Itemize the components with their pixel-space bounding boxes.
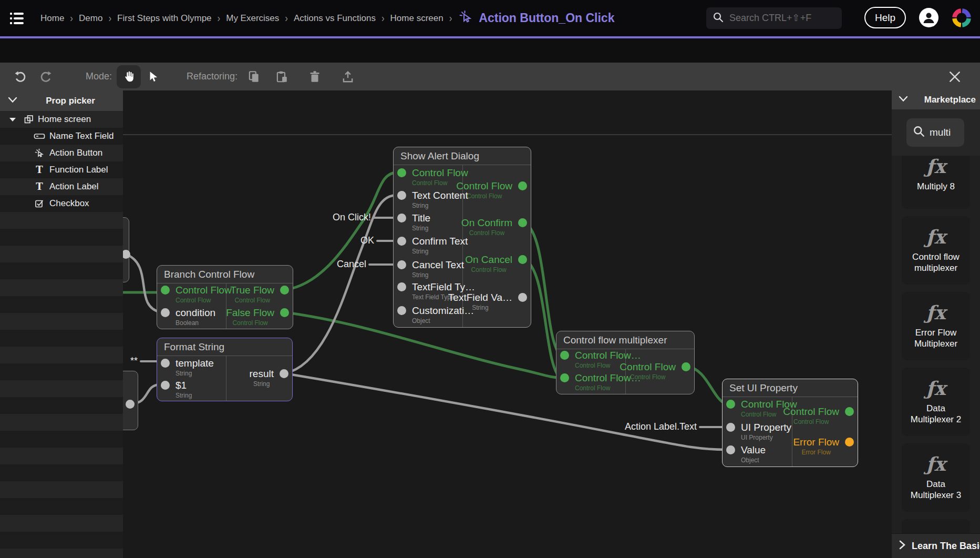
- breadcrumb-item-actions-vs-functions[interactable]: Actions vs Functions: [294, 13, 376, 24]
- node-control-flow-multiplexer[interactable]: Control flow multiplexerControl Flow… Co…: [556, 331, 695, 394]
- export-icon[interactable]: [338, 67, 358, 87]
- node-format-string[interactable]: Format Stringtemplate String$1 Stringres…: [157, 338, 293, 401]
- output-port-result[interactable]: result String: [250, 368, 287, 388]
- sidebar-empty-row: [0, 414, 123, 431]
- breadcrumb-item-first-steps-with-olympe[interactable]: First Steps with Olympe: [117, 13, 212, 24]
- marketplace-card-control-flow-multiplexer[interactable]: ƒx Control flowmultiplexer: [902, 216, 970, 285]
- output-port-textfield-va[interactable]: TextField Va… String: [448, 292, 526, 311]
- port-dot[interactable]: [161, 308, 170, 317]
- user-avatar[interactable]: [919, 8, 938, 27]
- port-dot[interactable]: [397, 260, 406, 269]
- port-dot[interactable]: [397, 306, 406, 315]
- input-port-confirm-text[interactable]: Confirm Text String: [398, 236, 468, 255]
- port-dot[interactable]: [397, 237, 406, 246]
- breadcrumb-item-home-screen[interactable]: Home screen: [390, 13, 443, 24]
- node-title: Branch Control Flow: [157, 266, 293, 283]
- literal-value-ok[interactable]: OK: [360, 235, 374, 246]
- node-show-alert-dialog[interactable]: Show Alert DialogControl Flow Control Fl…: [393, 147, 531, 328]
- port-dot[interactable]: [397, 191, 406, 200]
- sidebar-item-checkbox[interactable]: Checkbox: [0, 195, 123, 212]
- port-dot[interactable]: [161, 359, 170, 368]
- output-port-control-flow[interactable]: Control Flow Control Flow: [783, 406, 853, 425]
- olympe-logo-icon[interactable]: [951, 7, 973, 29]
- input-port-cancel-text[interactable]: Cancel Text String: [398, 259, 464, 279]
- literal-value-onclick[interactable]: On Click!: [333, 212, 371, 223]
- sidebar-item-action-label[interactable]: T Action Label: [0, 178, 123, 195]
- select-mode-button[interactable]: [143, 67, 163, 87]
- input-port-title[interactable]: Title String: [398, 212, 430, 232]
- output-port-on-confirm[interactable]: On Confirm Control Flow: [461, 217, 526, 237]
- port-dot[interactable]: [560, 351, 569, 360]
- port-dot[interactable]: [845, 438, 854, 447]
- delete-icon[interactable]: [305, 67, 325, 87]
- port-dot[interactable]: [280, 286, 289, 295]
- search-input[interactable]: [729, 13, 829, 24]
- redo-button[interactable]: [36, 67, 56, 87]
- marketplace-search-input[interactable]: [930, 127, 962, 138]
- output-port-control-flow[interactable]: Control Flow Control Flow: [620, 361, 689, 381]
- output-port-error-flow[interactable]: Error Flow Error Flow: [793, 437, 853, 456]
- copy-icon[interactable]: [244, 67, 264, 87]
- breadcrumb-item-home[interactable]: Home: [40, 13, 64, 24]
- marketplace-search[interactable]: [906, 118, 964, 147]
- marketplace-card-data-multiplexer-2[interactable]: ƒx DataMultiplexer 2: [902, 368, 970, 436]
- output-port-true-flow[interactable]: True Flow Control Flow: [230, 285, 288, 304]
- help-button[interactable]: Help: [864, 7, 906, 28]
- port-dot[interactable]: [161, 381, 170, 390]
- paste-icon[interactable]: [272, 67, 292, 87]
- input-port-template[interactable]: template String: [162, 358, 214, 377]
- input-port-control-flow[interactable]: Control Flow Control Flow: [162, 285, 232, 304]
- port-dot[interactable]: [397, 168, 406, 177]
- input-port-value[interactable]: Value Object: [727, 444, 766, 464]
- port-dot[interactable]: [126, 400, 135, 409]
- input-port-1[interactable]: $1 String: [162, 380, 192, 399]
- port-dot[interactable]: [518, 255, 527, 264]
- pan-mode-button[interactable]: [117, 65, 141, 88]
- close-icon[interactable]: [945, 67, 965, 87]
- prop-picker-header[interactable]: Prop picker: [0, 90, 123, 111]
- node-branch-control-flow[interactable]: Branch Control FlowControl Flow Control …: [157, 265, 293, 329]
- port-dot[interactable]: [280, 308, 289, 317]
- port-type-label: Control Flow: [226, 319, 274, 327]
- port-dot[interactable]: [518, 181, 527, 190]
- sidebar-item-name-text-field[interactable]: Name Text Field: [0, 128, 123, 145]
- port-dot[interactable]: [726, 400, 735, 409]
- undo-button[interactable]: [11, 67, 30, 87]
- menu-icon[interactable]: [7, 9, 26, 28]
- port-dot[interactable]: [845, 407, 854, 416]
- literal-value-actionlabel[interactable]: Action Label.Text: [625, 421, 697, 432]
- port-dot[interactable]: [726, 445, 735, 454]
- port-dot[interactable]: [726, 423, 735, 432]
- breadcrumb-item-my-exercises[interactable]: My Exercises: [226, 13, 279, 24]
- node-set-ui-property[interactable]: Set UI PropertyControl Flow Control Flow…: [722, 379, 858, 467]
- tree-expander-icon[interactable]: [9, 115, 16, 124]
- port-dot[interactable]: [397, 214, 406, 222]
- output-port-false-flow[interactable]: False Flow Control Flow: [226, 307, 288, 327]
- sidebar-item-home-screen[interactable]: Home screen: [0, 111, 123, 128]
- port-dot[interactable]: [518, 218, 527, 227]
- learn-basics-bar[interactable]: Learn The Basics: [892, 533, 980, 558]
- global-search[interactable]: [706, 7, 842, 29]
- fx-icon: ƒx: [926, 157, 946, 176]
- breadcrumb-separator: ›: [108, 12, 111, 24]
- marketplace-card-error-flow-multiplexer[interactable]: ƒx Error FlowMultiplexer: [902, 292, 970, 360]
- marketplace-header[interactable]: Marketplace: [892, 90, 980, 109]
- breadcrumb-item-demo[interactable]: Demo: [79, 13, 102, 24]
- sidebar-item-label: Action Button: [49, 148, 102, 158]
- input-port-condition[interactable]: condition Boolean: [162, 307, 215, 327]
- marketplace-card-data-multiplexer-3[interactable]: ƒx DataMultiplexer 3: [902, 443, 970, 512]
- input-port-ui-property[interactable]: UI Property UI Property: [727, 422, 791, 441]
- output-port-on-cancel[interactable]: On Cancel Control Flow: [465, 254, 526, 273]
- port-dot[interactable]: [518, 293, 527, 302]
- sidebar-item-function-label[interactable]: T Function Label: [0, 161, 123, 178]
- port-dot[interactable]: [161, 286, 170, 295]
- literal-value-stars[interactable]: **: [130, 356, 138, 367]
- port-label: condition: [176, 307, 215, 318]
- port-dot[interactable]: [682, 362, 690, 371]
- port-dot[interactable]: [560, 373, 569, 382]
- literal-value-cancel[interactable]: Cancel: [337, 259, 366, 270]
- sidebar-item-action-button[interactable]: Action Button: [0, 145, 123, 161]
- output-port-control-flow[interactable]: Control Flow Control Flow: [456, 180, 526, 200]
- port-dot[interactable]: [397, 282, 406, 291]
- port-dot[interactable]: [280, 369, 288, 378]
